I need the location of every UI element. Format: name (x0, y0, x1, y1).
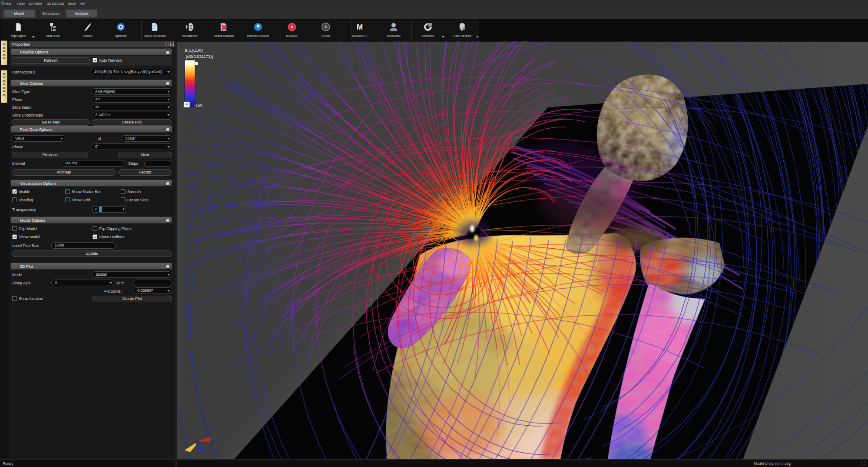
svg-text:-150: -150 (194, 103, 202, 107)
svg-text:B(x,y,z,f0): B(x,y,z,f0) (185, 48, 203, 53)
svg-text:M: M (357, 23, 363, 31)
svg-text:[dB(0.031173)]: [dB(0.031173)] (186, 54, 213, 59)
